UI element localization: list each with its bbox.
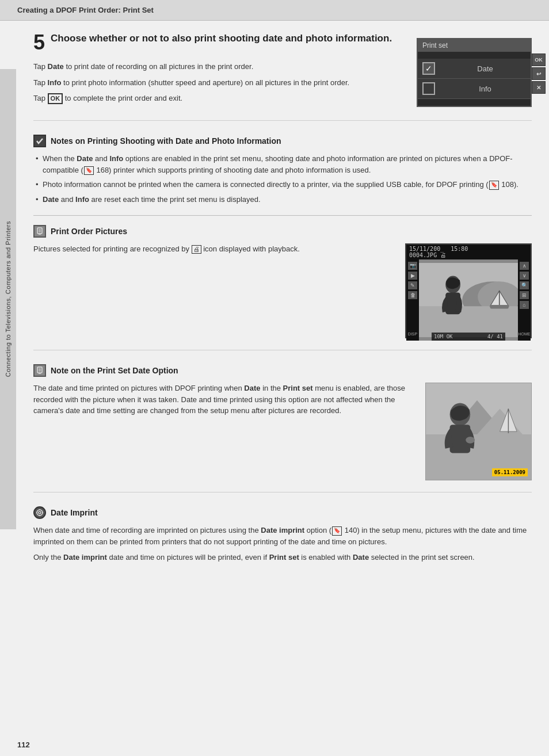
notes-list: When the Date and Info options are enabl… bbox=[33, 153, 532, 205]
pencil-icon-1 bbox=[33, 225, 46, 238]
print-order-text: Pictures selected for printing are recog… bbox=[33, 243, 394, 338]
notes-item-2: Photo information cannot be printed when… bbox=[33, 179, 532, 190]
camera-gear-svg bbox=[36, 509, 44, 517]
step-5-para2: Tap Info to print photo information (shu… bbox=[33, 77, 405, 89]
date-imprint-para2: Only the Date imprint date and time on p… bbox=[33, 552, 532, 563]
step-5-title-text: Choose whether or not to also print shoo… bbox=[51, 33, 392, 44]
date-imprint-para1: When date and time of recording are impr… bbox=[33, 525, 532, 547]
playback-right: ∧ ∨ 🔍 ⊞ ⌂ bbox=[518, 259, 531, 341]
notes-header: Notes on Printing Shooting with Date and… bbox=[33, 135, 532, 147]
camera-x-btn[interactable]: ✕ bbox=[532, 81, 546, 94]
check-svg bbox=[36, 137, 44, 145]
playback-bottom: 10M OK 4/ 41 bbox=[432, 333, 505, 341]
date-option-header: Note on the Print Set Date Option bbox=[33, 364, 532, 377]
step-5-title: 5 Choose whether or not to also print sh… bbox=[33, 32, 405, 53]
svg-rect-11 bbox=[490, 305, 509, 308]
notes-title: Notes on Printing Shooting with Date and… bbox=[51, 136, 281, 146]
print-order-section: Print Order Pictures Pictures selected f… bbox=[33, 225, 532, 350]
page-header: Creating a DPOF Print Order: Print Set bbox=[0, 0, 549, 21]
side-tab-text: Connecting to Televisions, Computers and… bbox=[5, 221, 12, 377]
camera-back-btn[interactable]: ↩ bbox=[532, 67, 546, 80]
step-5-para1: Tap Date to print date of recording on a… bbox=[33, 61, 405, 72]
camera-ui-row-info: Info bbox=[418, 79, 531, 99]
photo-date-stamp: 05.11.2009 bbox=[492, 468, 528, 476]
edit-icon: ✎ bbox=[408, 281, 417, 289]
up-icon: ∧ bbox=[520, 262, 529, 270]
step-5-left: 5 Choose whether or not to also print sh… bbox=[33, 32, 405, 109]
date-imprint-header: Date Imprint bbox=[33, 506, 532, 519]
date-imprint-title: Date Imprint bbox=[51, 508, 98, 517]
svg-point-28 bbox=[466, 437, 475, 444]
photo-illustration bbox=[426, 383, 531, 480]
camera-ui-row-date: Date bbox=[418, 59, 531, 79]
ok-symbol: OK bbox=[48, 93, 63, 104]
notes-item-1: When the Date and Info options are enabl… bbox=[33, 153, 532, 175]
grid-icon: ⊞ bbox=[520, 291, 529, 299]
side-tab: Connecting to Televisions, Computers and… bbox=[0, 69, 16, 529]
step-5-section: 5 Choose whether or not to also print sh… bbox=[33, 32, 532, 121]
camera-ui-wrapper: Print set Date Info OK ↩ ✕ bbox=[417, 38, 532, 109]
date-imprint-section: Date Imprint When date and time of recor… bbox=[33, 506, 532, 563]
header-title: Creating a DPOF Print Order: Print Set bbox=[17, 6, 154, 14]
camera-ui-date-label: Date bbox=[440, 64, 531, 73]
disp-label: DISP bbox=[406, 331, 419, 337]
camera-ok-btn[interactable]: OK bbox=[532, 54, 546, 66]
playback-sidebar: 📷 ▶ ✎ 🗑 bbox=[406, 259, 419, 341]
play-icon: ▶ bbox=[408, 272, 417, 280]
zoom-icon: 🔍 bbox=[520, 281, 529, 289]
notes-body: When the Date and Info options are enabl… bbox=[33, 153, 532, 205]
playback-main: 📷 ▶ ✎ 🗑 bbox=[406, 259, 531, 341]
print-order-content: Pictures selected for printing are recog… bbox=[33, 243, 532, 338]
camera-ui-title: Print set bbox=[418, 39, 531, 52]
playback-illustration bbox=[419, 259, 518, 341]
date-option-section: Note on the Print Set Date Option The da… bbox=[33, 364, 532, 492]
date-option-text: The date and time printed on pictures wi… bbox=[33, 383, 414, 480]
main-content: 5 Choose whether or not to also print sh… bbox=[16, 21, 549, 592]
camera-ui-buttons: OK ↩ ✕ bbox=[532, 54, 546, 94]
down-icon: ∨ bbox=[520, 272, 529, 280]
date-option-title: Note on the Print Set Date Option bbox=[51, 366, 178, 375]
step-5-body: Tap Date to print date of recording on a… bbox=[33, 61, 405, 104]
date-imprint-body: When date and time of recording are impr… bbox=[33, 525, 532, 563]
notes-item-3: Date and Info are reset each time the pr… bbox=[33, 194, 532, 205]
delete-icon: 🗑 bbox=[408, 291, 417, 299]
step-number: 5 bbox=[33, 32, 45, 53]
photo-thumbnail: 05.11.2009 bbox=[425, 383, 532, 480]
print-order-title: Print Order Pictures bbox=[51, 227, 127, 236]
pencil-svg-1 bbox=[36, 227, 44, 235]
camera-playback: 15/11/200_ 15:800004.JPG 🖨 📷 ▶ ✎ 🗑 bbox=[405, 243, 532, 338]
pencil-icon-2 bbox=[33, 364, 46, 377]
step-5-para3: Tap OK to complete the print order and e… bbox=[33, 93, 405, 104]
print-order-body: Pictures selected for printing are recog… bbox=[33, 243, 394, 255]
pencil-svg-2 bbox=[36, 366, 44, 375]
camera-icon: 📷 bbox=[408, 262, 417, 270]
notes-section: Notes on Printing Shooting with Date and… bbox=[33, 135, 532, 205]
page-number: 112 bbox=[17, 740, 30, 749]
print-order-header: Print Order Pictures bbox=[33, 225, 532, 238]
svg-point-30 bbox=[39, 511, 41, 514]
home-label: HOME bbox=[518, 331, 531, 337]
playback-image: 10M OK 4/ 41 bbox=[419, 259, 518, 341]
playback-header: 15/11/200_ 15:800004.JPG 🖨 bbox=[406, 245, 531, 259]
svg-point-29 bbox=[37, 510, 43, 516]
date-option-content: The date and time printed on pictures wi… bbox=[33, 383, 532, 480]
camera-ui-info-label: Info bbox=[440, 85, 531, 93]
date-checkbox[interactable] bbox=[422, 62, 435, 75]
home-icon-right: ⌂ bbox=[520, 301, 529, 309]
checkmark-icon bbox=[33, 135, 46, 147]
divider-1 bbox=[33, 215, 532, 216]
date-option-body: The date and time printed on pictures wi… bbox=[33, 383, 414, 417]
camera-ui: Print set Date Info OK ↩ ✕ bbox=[417, 38, 532, 107]
camera-gear-icon bbox=[33, 506, 46, 519]
info-checkbox[interactable] bbox=[422, 82, 435, 95]
